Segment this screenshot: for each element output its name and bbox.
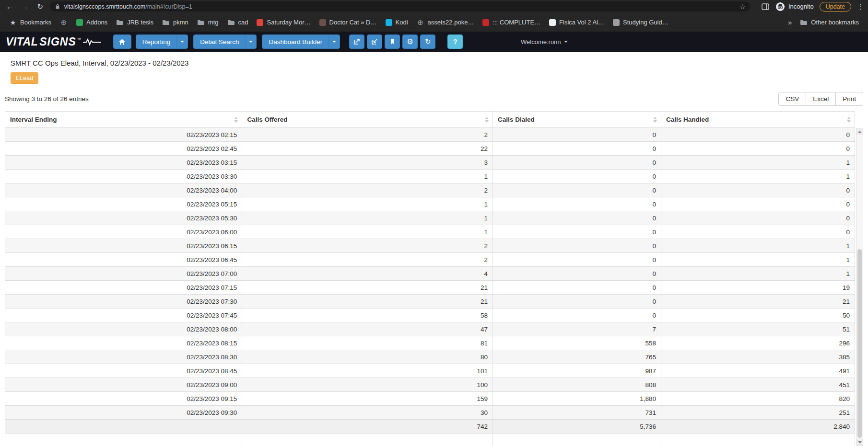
bookmark-item-assets22-poke[interactable]: assets22.poke…: [412, 17, 479, 28]
address-bar[interactable]: vitalsignsccops.smrttouch.com/main#!curD…: [50, 1, 751, 11]
incognito-profile-chip[interactable]: Incognito: [775, 2, 814, 11]
refresh-button[interactable]: ↻: [420, 34, 435, 49]
table-row[interactable]: 02/23/2023 03:30101: [5, 170, 855, 183]
bookmark-item-doctor-cat-d[interactable]: Doctor Cat » D…: [315, 17, 381, 28]
bookmarks-overflow-chevron[interactable]: »: [784, 18, 796, 26]
table-row[interactable]: 02/23/2023 08:45101987491: [5, 364, 855, 378]
column-header-calls-dialed[interactable]: Calls Dialed: [493, 112, 661, 128]
excel-button[interactable]: Excel: [806, 92, 836, 106]
scroll-down-button[interactable]: [856, 439, 863, 446]
bookmark-item-kodi[interactable]: Kodi: [381, 17, 412, 28]
table-cell: [5, 434, 242, 446]
table-row[interactable]: 02/23/2023 03:15301: [5, 156, 855, 170]
settings-button[interactable]: ⚙: [402, 34, 418, 49]
table-cell: 02/23/2023 05:30: [5, 211, 242, 225]
table-row[interactable]: 02/23/2023 05:30100: [5, 211, 855, 225]
browser-menu-icon[interactable]: ⋮: [857, 2, 864, 11]
table-row[interactable]: 02/23/2023 06:15201: [5, 239, 855, 253]
nav-button-dashboard-builder[interactable]: Dashboard Builder: [262, 34, 329, 49]
bookmark-item-fisica-vol-2-al[interactable]: Fisica Vol 2 Al…: [545, 17, 609, 28]
table-cell: 80: [242, 350, 493, 364]
favorites-button[interactable]: [385, 34, 400, 49]
user-menu[interactable]: Welcome:ronn: [521, 38, 568, 46]
bookmark-star-icon[interactable]: ☆: [739, 3, 746, 10]
bookmark-item-pkmn[interactable]: pkmn: [158, 17, 193, 28]
table-row[interactable]: 02/23/2023 08:3080765385: [5, 350, 855, 364]
table-cell: 02/23/2023 06:15: [5, 239, 242, 253]
nav-caret-detail-search[interactable]: [245, 34, 257, 49]
toolbar-right: Incognito Update ⋮: [761, 2, 864, 11]
table-header-row: Interval EndingCalls OfferedCalls Dialed…: [5, 112, 855, 128]
table-row[interactable]: 02/23/2023 07:4558050: [5, 309, 855, 322]
report-table: Interval EndingCalls OfferedCalls Dialed…: [5, 111, 855, 446]
bookmark-item[interactable]: [56, 17, 72, 28]
column-header-calls-offered[interactable]: Calls Offered: [242, 112, 493, 128]
bookmark-item-complute[interactable]: ::: COMPLUTE…: [478, 17, 545, 28]
print-button[interactable]: Print: [835, 92, 863, 106]
column-header-calls-handled[interactable]: Calls Handled: [661, 112, 855, 128]
table-row[interactable]: 02/23/2023 02:452200: [5, 142, 855, 156]
table-row[interactable]: 02/23/2023 07:3021021: [5, 295, 855, 309]
scroll-down-icon: [858, 441, 862, 444]
side-panel-button[interactable]: [761, 2, 770, 11]
browser-toolbar: ← → ↻ vitalsignsccops.smrttouch.com/main…: [0, 0, 868, 13]
help-button[interactable]: ?: [447, 34, 463, 49]
table-cell: 1: [242, 211, 493, 225]
import-report-button[interactable]: [367, 34, 382, 49]
table-row[interactable]: 02/23/2023 05:15100: [5, 197, 855, 211]
bookmark-item-saturday-mor[interactable]: Saturday Mor…: [252, 17, 315, 28]
table-row[interactable]: 02/23/2023 07:00401: [5, 267, 855, 281]
chevron-down-icon: [180, 41, 184, 43]
bookmark-item-addons[interactable]: Addons: [72, 17, 112, 28]
chevron-down-icon: [249, 41, 253, 43]
nav-caret-reporting[interactable]: [176, 34, 188, 49]
export-report-button[interactable]: [349, 34, 364, 49]
table-row[interactable]: 02/23/2023 08:0047751: [5, 322, 855, 336]
other-bookmarks[interactable]: Other bookmarks: [796, 17, 863, 28]
table-scrollbar[interactable]: [856, 128, 863, 446]
table-row[interactable]: 02/23/2023 04:00200: [5, 183, 855, 197]
home-button[interactable]: [113, 34, 131, 49]
folder-icon: [800, 19, 808, 26]
table-cell: 2: [242, 128, 493, 142]
reload-button[interactable]: ↻: [35, 1, 46, 12]
csv-button[interactable]: CSV: [778, 92, 806, 106]
incognito-icon: [775, 2, 785, 11]
bookmark-item-bookmarks[interactable]: Bookmarks: [5, 17, 56, 28]
table-cell: 50: [661, 309, 855, 322]
table-cell: 0: [493, 128, 661, 142]
bookmark-item-jrb-tesis[interactable]: JRB tesis: [112, 17, 158, 28]
table-row[interactable]: 02/23/2023 08:1581558296: [5, 336, 855, 350]
nav-caret-dashboard-builder[interactable]: [328, 34, 340, 49]
table-row[interactable]: 02/23/2023 02:15200: [5, 128, 855, 142]
showing-entries-text: Showing 3 to 26 of 26 entries: [5, 95, 89, 103]
scroll-up-button[interactable]: [856, 128, 863, 135]
sort-asc-icon: [653, 117, 657, 119]
bookmark-item-studying-guid[interactable]: Studying Guid…: [609, 17, 673, 28]
table-empty-row: [5, 434, 855, 446]
table-row[interactable]: 02/23/2023 09:151591,880820: [5, 392, 855, 406]
export-arrow-icon: [353, 38, 360, 45]
scrollbar-thumb[interactable]: [857, 249, 862, 438]
bookmark-item-cad[interactable]: cad: [223, 17, 253, 28]
table-cell: 0: [493, 281, 661, 295]
table-cell: 1: [661, 267, 855, 281]
table-cell: 0: [493, 239, 661, 253]
nav-button-detail-search[interactable]: Detail Search: [193, 34, 246, 49]
back-button[interactable]: ←: [4, 1, 15, 12]
table-row[interactable]: 02/23/2023 06:00100: [5, 225, 855, 239]
table-row[interactable]: 02/23/2023 09:3030731251: [5, 406, 855, 420]
sort-icon: [653, 117, 657, 123]
bookmark-item-mtg[interactable]: mtg: [193, 17, 223, 28]
elead-tag[interactable]: ELead: [11, 72, 38, 84]
nav-button-reporting[interactable]: Reporting: [136, 34, 177, 49]
table-cell: 0: [661, 183, 855, 197]
table-cell: 0: [493, 170, 661, 183]
table-row[interactable]: 02/23/2023 06:45201: [5, 253, 855, 267]
forward-button[interactable]: →: [19, 1, 31, 12]
sort-icon: [485, 117, 489, 123]
update-button[interactable]: Update: [820, 2, 851, 11]
table-row[interactable]: 02/23/2023 07:1521019: [5, 281, 855, 295]
table-row[interactable]: 02/23/2023 09:00100808451: [5, 378, 855, 392]
column-header-interval-ending[interactable]: Interval Ending: [5, 112, 242, 128]
